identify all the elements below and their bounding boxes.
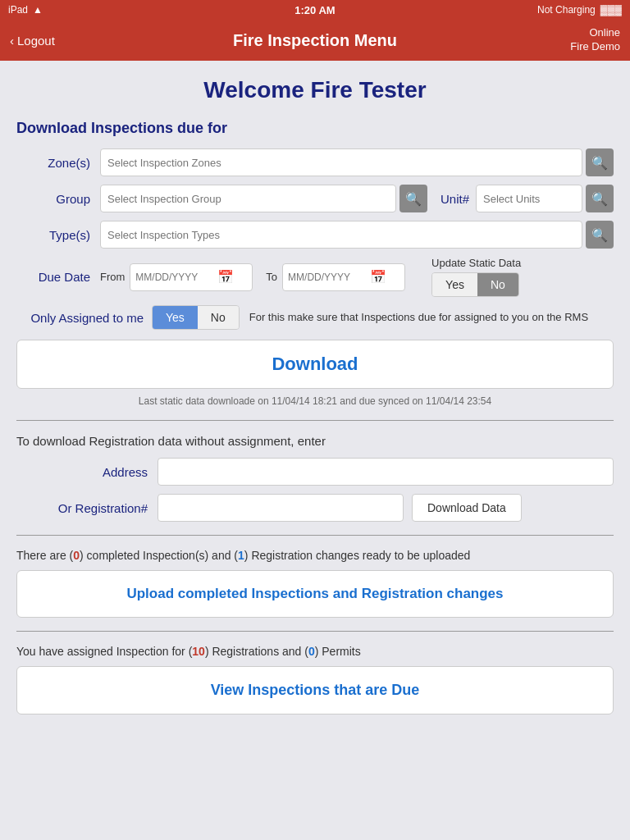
upload-box: Upload completed Inspections and Registr… — [16, 570, 614, 618]
divider-1 — [16, 420, 614, 421]
to-calendar-icon[interactable]: 📅 — [370, 269, 386, 285]
logout-button[interactable]: ‹ Logout — [10, 34, 55, 48]
to-date-wrapper: 📅 — [282, 263, 405, 291]
search-icon: 🔍 — [591, 227, 608, 243]
nav-bar: ‹ Logout Fire Inspection Menu Online Fir… — [0, 20, 630, 61]
to-date-input[interactable] — [288, 272, 370, 283]
upload-info: There are (0) completed Inspection(s) an… — [16, 549, 614, 562]
zone-input-group: 🔍 — [100, 148, 614, 176]
nav-title: Fire Inspection Menu — [233, 31, 397, 50]
logout-label: Logout — [17, 34, 55, 48]
group-label: Group — [16, 192, 90, 206]
demo-label: Fire Demo — [570, 40, 620, 54]
assigned-label: Only Assigned to me — [16, 311, 144, 325]
update-static-toggle: Yes No — [431, 272, 519, 297]
type-search-button[interactable]: 🔍 — [586, 221, 614, 249]
registration-row: Or Registration# Download Data — [16, 494, 614, 522]
divider-2 — [16, 535, 614, 536]
view-box: View Inspections that are Due — [16, 666, 614, 714]
divider-3 — [16, 631, 614, 632]
view-permit-count: 0 — [308, 645, 315, 658]
upload-section: There are (0) completed Inspection(s) an… — [16, 549, 614, 618]
from-date-wrapper: 📅 — [130, 263, 253, 291]
sync-info: Last static data downloade on 11/04/14 1… — [16, 395, 614, 407]
type-input[interactable] — [100, 221, 582, 249]
group-unit-row: Group 🔍 Unit# 🔍 — [16, 185, 614, 212]
back-arrow-icon: ‹ — [10, 34, 14, 48]
status-bar: iPad ▲ 1:20 AM Not Charging ▓▓▓ — [0, 0, 630, 20]
assigned-toggle: Yes No — [152, 305, 240, 330]
section-title: Download Inspections due for — [16, 120, 614, 137]
assigned-yes-button[interactable]: Yes — [153, 306, 198, 329]
unit-label: Unit# — [441, 192, 469, 206]
update-static-section: Update Static Data Yes No — [431, 257, 521, 297]
nav-status: Online Fire Demo — [570, 26, 620, 54]
search-icon: 🔍 — [591, 155, 608, 171]
unit-input[interactable] — [476, 185, 582, 212]
update-no-button[interactable]: No — [477, 273, 518, 296]
search-icon: 🔍 — [405, 191, 422, 207]
upload-info-suffix: ) Registration changes ready to be uploa… — [244, 549, 471, 562]
download-box: Download — [16, 340, 614, 389]
update-yes-button[interactable]: Yes — [432, 273, 477, 296]
type-row: Type(s) 🔍 — [16, 221, 614, 249]
form-section: Zone(s) 🔍 Group 🔍 Unit# 🔍 — [16, 148, 614, 330]
address-input[interactable] — [158, 458, 614, 486]
charging-label: Not Charging — [537, 4, 596, 16]
to-date-section: To 📅 — [266, 263, 405, 291]
view-info: You have assigned Inspection for (10) Re… — [16, 645, 614, 658]
to-label: To — [266, 271, 277, 283]
type-input-group: 🔍 — [100, 221, 614, 249]
page-title: Welcome Fire Tester — [16, 77, 614, 103]
address-row: Address — [16, 458, 614, 486]
address-label: Address — [16, 465, 148, 479]
type-label: Type(s) — [16, 228, 90, 242]
view-info-mid: ) Registrations and ( — [205, 645, 308, 658]
wifi-icon: ▲ — [33, 4, 43, 16]
completed-count: 0 — [73, 549, 80, 562]
download-button[interactable]: Download — [30, 354, 600, 375]
group-input[interactable] — [100, 185, 396, 212]
status-time: 1:20 AM — [294, 4, 335, 16]
zone-label: Zone(s) — [16, 156, 90, 170]
view-section: You have assigned Inspection for (10) Re… — [16, 645, 614, 714]
zone-input[interactable] — [100, 148, 582, 176]
view-reg-count: 10 — [192, 645, 205, 658]
group-search-button[interactable]: 🔍 — [399, 185, 427, 212]
from-date-section: From 📅 — [100, 263, 253, 291]
due-date-label: Due Date — [16, 270, 90, 284]
zone-search-button[interactable]: 🔍 — [586, 148, 614, 176]
status-left: iPad ▲ — [8, 4, 43, 16]
status-right: Not Charging ▓▓▓ — [537, 4, 622, 16]
update-static-label: Update Static Data — [431, 257, 521, 269]
from-label: From — [100, 271, 125, 283]
reg-changes-count: 1 — [238, 549, 244, 562]
view-info-prefix: You have assigned Inspection for ( — [16, 645, 192, 658]
view-inspections-button[interactable]: View Inspections that are Due — [211, 682, 420, 699]
due-date-row: Due Date From 📅 To 📅 Update Static Data … — [16, 257, 614, 297]
unit-search-button[interactable]: 🔍 — [586, 185, 614, 212]
ipad-label: iPad — [8, 4, 28, 16]
upload-info-prefix: There are ( — [16, 549, 73, 562]
zone-row: Zone(s) 🔍 — [16, 148, 614, 176]
from-date-input[interactable] — [135, 272, 217, 283]
view-info-suffix: ) Permits — [315, 645, 361, 658]
group-input-group: 🔍 — [100, 185, 427, 212]
registration-label: Or Registration# — [16, 501, 148, 515]
search-icon: 🔍 — [591, 191, 608, 207]
online-status: Online — [570, 26, 620, 40]
upload-button[interactable]: Upload completed Inspections and Registr… — [126, 586, 503, 602]
from-calendar-icon[interactable]: 📅 — [217, 269, 234, 285]
download-data-button[interactable]: Download Data — [412, 494, 522, 522]
assigned-row: Only Assigned to me Yes No For this make… — [16, 305, 614, 330]
reg-section-title: To download Registration data without as… — [16, 434, 614, 448]
unit-input-group: Unit# 🔍 — [441, 185, 614, 212]
upload-info-mid: ) completed Inspection(s) and ( — [80, 549, 238, 562]
assigned-note: For this make sure that Inspections due … — [249, 310, 588, 325]
page-content: Welcome Fire Tester Download Inspections… — [0, 61, 630, 731]
registration-input[interactable] — [158, 494, 404, 522]
battery-icon: ▓▓▓ — [600, 4, 622, 16]
assigned-no-button[interactable]: No — [198, 306, 239, 329]
